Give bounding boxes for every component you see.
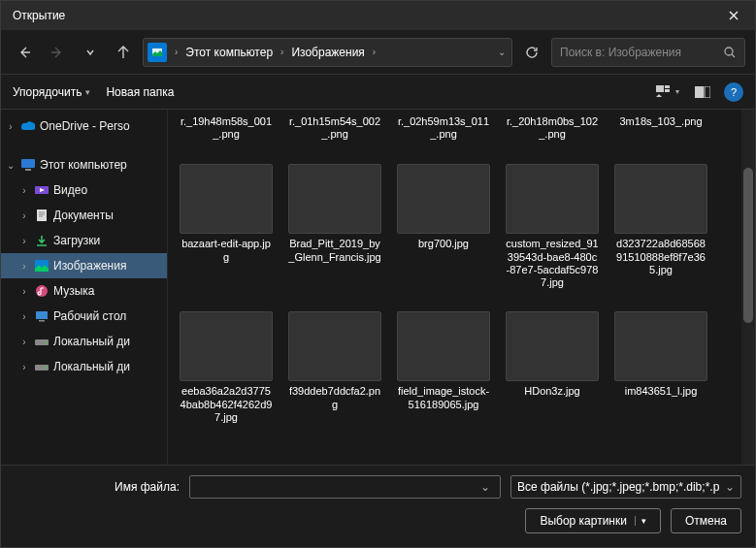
file-item[interactable]: r._19h48m58s_001_.png xyxy=(178,113,275,143)
svg-point-1 xyxy=(725,48,733,55)
chevron-right-icon: › xyxy=(18,286,30,297)
search-icon xyxy=(723,46,737,59)
sidebar-label: OneDrive - Perso xyxy=(40,119,130,133)
sidebar-item-onedrive[interactable]: › OneDrive - Perso xyxy=(1,113,167,139)
file-label: im843651_l.jpg xyxy=(625,385,698,398)
new-folder-button[interactable]: Новая папка xyxy=(106,85,174,99)
sidebar-item-desktop[interactable]: › Рабочий стол xyxy=(1,304,167,329)
arrow-up-icon xyxy=(115,45,131,60)
sidebar-label: Этот компьютер xyxy=(40,158,127,172)
breadcrumb-root[interactable]: Этот компьютер xyxy=(181,44,277,61)
chevron-down-icon[interactable]: ⌄ xyxy=(496,47,508,57)
file-item[interactable]: r._20h18m0bs_102_.png xyxy=(504,113,601,143)
scrollbar-thumb[interactable] xyxy=(743,168,753,323)
chevron-down-icon xyxy=(85,48,95,57)
svg-rect-13 xyxy=(36,311,48,319)
sidebar-item-documents[interactable]: › Документы xyxy=(1,203,167,228)
filename-input[interactable] xyxy=(196,480,477,494)
file-thumbnail xyxy=(288,164,381,234)
file-thumbnail xyxy=(180,164,273,234)
chevron-down-icon[interactable]: ⌄ xyxy=(477,480,494,494)
sidebar-label: Музыка xyxy=(53,284,94,298)
sidebar-label: Локальный ди xyxy=(53,335,130,348)
file-item[interactable]: Brad_Pitt_2019_by_Glenn_Francis.jpg xyxy=(286,162,383,290)
file-item[interactable]: brg700.jpg xyxy=(395,162,492,290)
cancel-button[interactable]: Отмена xyxy=(671,508,741,533)
svg-rect-2 xyxy=(656,85,664,92)
organize-button[interactable]: Упорядочить ▾ xyxy=(13,85,90,99)
sidebar-item-localdisk2[interactable]: › Локальный ди xyxy=(1,354,167,379)
chevron-down-icon: ▾ xyxy=(85,87,90,97)
close-icon xyxy=(729,11,739,20)
file-label: brg700.jpg xyxy=(418,238,469,250)
filetype-filter[interactable]: Все файлы (*.jpg;*.jpeg;*.bmp;*.dib;*.p … xyxy=(510,475,741,499)
help-button[interactable]: ? xyxy=(724,82,743,102)
scrollbar[interactable] xyxy=(741,110,755,465)
recent-button[interactable] xyxy=(77,39,104,66)
body: › OneDrive - Perso ⌄ Этот компьютер › Ви… xyxy=(1,110,755,465)
file-item[interactable]: eeba36a2a2d37754bab8b462f4262d97.jpg xyxy=(178,309,275,426)
sidebar-label: Видео xyxy=(53,183,87,197)
file-thumbnail xyxy=(506,311,599,381)
filename-combobox[interactable]: ⌄ xyxy=(189,475,501,499)
chevron-right-icon: › xyxy=(18,337,30,347)
svg-point-12 xyxy=(36,285,48,297)
forward-button[interactable] xyxy=(44,39,71,66)
chevron-right-icon: › xyxy=(279,47,285,57)
svg-rect-7 xyxy=(21,159,35,168)
chevron-right-icon: › xyxy=(18,210,30,221)
search-box[interactable] xyxy=(551,38,745,67)
music-icon xyxy=(34,283,49,299)
preview-pane-button[interactable] xyxy=(689,81,716,104)
file-item[interactable]: bazaart-edit-app.jpg xyxy=(178,162,275,290)
chevron-right-icon: › xyxy=(18,261,30,272)
chevron-right-icon: › xyxy=(18,362,30,372)
preview-pane-icon xyxy=(695,86,710,98)
file-item[interactable]: r._01h15m54s_002_.png xyxy=(286,113,383,143)
open-button[interactable]: Выбор картинки ▾ xyxy=(525,508,661,533)
close-button[interactable] xyxy=(711,1,755,30)
file-item[interactable]: field_image_istock-516189065.jpg xyxy=(395,309,492,426)
drive-icon xyxy=(34,334,49,349)
file-item[interactable]: HDon3z.jpg xyxy=(504,309,601,426)
address-bar[interactable]: › Этот компьютер › Изображения › ⌄ xyxy=(143,38,512,67)
open-dialog: Открытие › Этот компьютер › Изображения … xyxy=(0,0,756,548)
file-thumbnail xyxy=(614,311,707,381)
file-item[interactable]: custom_resized_9139543d-bae8-480c-87e7-5… xyxy=(504,162,601,290)
chevron-down-icon[interactable]: ▾ xyxy=(635,516,646,526)
sidebar-item-localdisk[interactable]: › Локальный ди xyxy=(1,329,167,354)
refresh-button[interactable] xyxy=(518,39,545,66)
sidebar-item-downloads[interactable]: › Загрузки xyxy=(1,228,167,253)
cancel-label: Отмена xyxy=(685,514,727,528)
sidebar-item-pictures[interactable]: › Изображения xyxy=(1,253,167,278)
new-folder-label: Новая папка xyxy=(106,85,174,99)
svg-point-16 xyxy=(45,341,47,343)
file-item[interactable]: d323722a8d6856891510888ef8f7e365.jpg xyxy=(612,162,709,290)
up-button[interactable] xyxy=(110,39,137,66)
back-button[interactable] xyxy=(11,39,38,66)
file-thumbnail xyxy=(288,311,381,381)
window-title: Открытие xyxy=(13,9,65,22)
sidebar-item-music[interactable]: › Музыка xyxy=(1,278,167,304)
chevron-right-icon: › xyxy=(18,236,30,246)
file-label: custom_resized_9139543d-bae8-480c-87e7-5… xyxy=(506,238,599,288)
sidebar-label: Локальный ди xyxy=(53,360,130,373)
chevron-down-icon: ⌄ xyxy=(725,480,735,494)
sidebar-item-video[interactable]: › Видео xyxy=(1,177,167,203)
file-item[interactable]: r._02h59m13s_011_.png xyxy=(395,113,492,143)
file-item[interactable]: f39ddeb7ddcfa2.png xyxy=(286,309,383,426)
file-list: r._19h48m58s_001_.pngr._01h15m54s_002_.p… xyxy=(168,110,755,465)
file-label: r._19h48m58s_001_.png xyxy=(180,115,273,141)
breadcrumb-folder[interactable]: Изображения xyxy=(287,44,368,61)
toolbar: Упорядочить ▾ Новая папка ▾ ? xyxy=(1,75,755,110)
file-item[interactable]: 3m18s_103_.png xyxy=(612,113,709,143)
search-input[interactable] xyxy=(560,46,723,59)
monitor-icon xyxy=(20,157,36,173)
chevron-right-icon: › xyxy=(371,47,378,57)
file-item[interactable]: im843651_l.jpg xyxy=(612,309,709,426)
file-label: HDon3z.jpg xyxy=(524,385,579,398)
sidebar-item-thispc[interactable]: ⌄ Этот компьютер xyxy=(1,152,167,177)
downloads-icon xyxy=(34,233,49,248)
desktop-icon xyxy=(34,308,49,324)
view-button[interactable]: ▾ xyxy=(654,81,681,104)
